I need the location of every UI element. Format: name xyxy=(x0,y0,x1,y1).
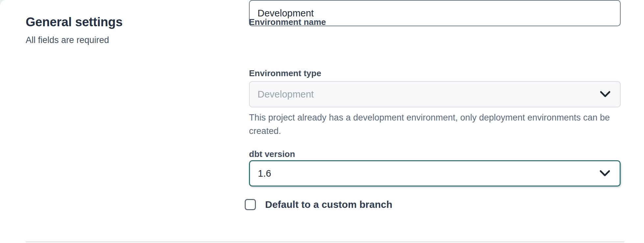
environment-type-value: Development xyxy=(258,89,314,100)
environment-type-select[interactable]: Development xyxy=(249,81,621,107)
custom-branch-checkbox-row[interactable]: Default to a custom branch xyxy=(245,199,392,210)
settings-card: General settings All fields are required… xyxy=(0,0,644,243)
section-divider xyxy=(26,241,624,242)
chevron-down-icon xyxy=(600,91,611,98)
environment-type-help: This project already has a development e… xyxy=(249,111,631,138)
custom-branch-label: Default to a custom branch xyxy=(265,199,392,210)
page-subtitle: All fields are required xyxy=(26,35,210,45)
dbt-version-value: 1.6 xyxy=(258,168,271,179)
custom-branch-checkbox[interactable] xyxy=(245,199,256,210)
general-settings-form: Environment name Environment type Develo… xyxy=(249,0,621,243)
chevron-down-icon xyxy=(599,170,610,177)
environment-name-label: Environment name xyxy=(249,17,326,27)
environment-type-label: Environment type xyxy=(249,68,321,78)
dbt-version-label: dbt version xyxy=(249,149,295,159)
section-header: General settings All fields are required xyxy=(26,15,210,45)
page-title: General settings xyxy=(26,15,210,29)
dbt-version-select[interactable]: 1.6 xyxy=(249,160,621,187)
